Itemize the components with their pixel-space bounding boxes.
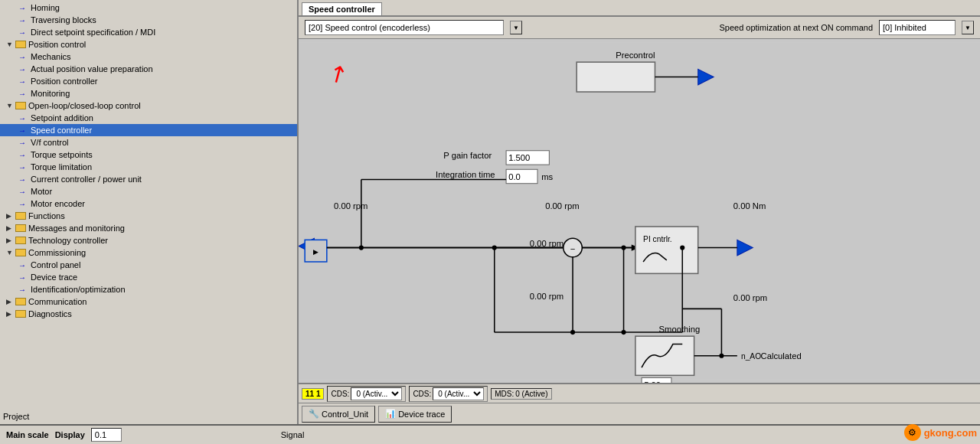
precontrol-label: Precontrol xyxy=(616,51,655,60)
svg-rect-1 xyxy=(577,62,655,92)
bottom-toolbar: 🔧 Control_Unit 📊 Device trace xyxy=(299,403,980,424)
tree-item-label-messages-monitoring: Messages and monitoring xyxy=(28,224,125,233)
device-trace-btn[interactable]: 📊 Device trace xyxy=(378,406,452,423)
tree-item-commissioning[interactable]: ▼Commissioning xyxy=(0,246,297,259)
arrow-icon-motor: → xyxy=(18,188,31,196)
arrow-icon-setpoint-addition: → xyxy=(18,114,31,122)
tree-item-actual-position[interactable]: →Actual position value preparation xyxy=(0,63,297,75)
rpm-label-d: 0.00 rpm xyxy=(530,239,564,248)
tree-item-label-communication: Communication xyxy=(28,297,87,306)
dropdown-arrow-btn[interactable]: ▼ xyxy=(510,21,522,34)
expand-icon-diagnostics[interactable]: ▶ xyxy=(6,310,15,318)
main-container: →Homing→Traversing blocks→Direct setpoin… xyxy=(0,0,980,444)
tree-item-direct-setpoint[interactable]: →Direct setpoint specification / MDI xyxy=(0,26,297,38)
tree-item-current-controller[interactable]: →Current controller / power unit xyxy=(0,173,297,185)
folder-icon-communication xyxy=(15,298,26,305)
tree-item-identification[interactable]: →Identification/optimization xyxy=(0,283,297,295)
tree-item-mechanics[interactable]: →Mechanics xyxy=(0,51,297,63)
speed-opt-dropdown-arrow[interactable]: ▼ xyxy=(962,21,974,34)
arrow-icon-current-controller: → xyxy=(18,175,31,184)
cds2-dropdown[interactable]: 0 (Activ... xyxy=(433,387,484,400)
tree-item-homing[interactable]: →Homing xyxy=(0,2,297,14)
speed-control-dropdown[interactable] xyxy=(305,20,504,35)
display-label: Display xyxy=(55,430,85,439)
tree-item-communication[interactable]: ▶Communication xyxy=(0,295,297,308)
speed-controller-tab[interactable]: Speed controller xyxy=(302,2,382,15)
arrow-icon-mechanics: → xyxy=(18,53,31,61)
arrow-icon-device-trace: → xyxy=(18,273,31,282)
tree-item-label-position-control: Position control xyxy=(28,40,86,49)
tree-item-label-position-controller: Position controller xyxy=(31,77,97,86)
arrow-icon-traversing: → xyxy=(18,16,31,24)
svg-text:−: − xyxy=(570,244,576,253)
tree-item-label-traversing: Traversing blocks xyxy=(31,15,96,24)
n-ao-label: n_AO xyxy=(741,352,761,361)
expand-icon-open-closed[interactable]: ▼ xyxy=(6,102,15,109)
tree-item-label-speed-controller: Speed controller xyxy=(31,126,92,135)
arrow-icon-vf-control: → xyxy=(18,139,31,147)
tree-item-torque-setpoints[interactable]: →Torque setpoints xyxy=(0,149,297,161)
expand-icon-messages-monitoring[interactable]: ▶ xyxy=(6,224,15,232)
watermark-text: gkong.com xyxy=(924,427,977,439)
tree-item-motor[interactable]: →Motor xyxy=(0,185,297,198)
smoothing-label: Smoothing xyxy=(659,325,701,334)
integration-time-label: Integration time xyxy=(436,170,495,179)
speed-opt-select[interactable] xyxy=(879,20,956,35)
cds2-item: CDS: 0 (Activ... xyxy=(409,386,488,402)
tree-item-functions[interactable]: ▶Functions xyxy=(0,210,297,222)
tree-item-label-motor-encoder: Motor encoder xyxy=(31,199,85,208)
nm-label: 0.00 Nm xyxy=(733,201,766,211)
rpm-label-b: 0.00 rpm xyxy=(545,201,579,211)
tree-item-control-panel[interactable]: →Control panel xyxy=(0,259,297,271)
sidebar-scroll[interactable]: →Homing→Traversing blocks→Direct setpoin… xyxy=(0,0,297,424)
tree-item-label-diagnostics: Diagnostics xyxy=(28,309,72,318)
arrow-icon-direct-setpoint: → xyxy=(18,28,31,37)
arrow-icon-torque-limitation: → xyxy=(18,163,31,171)
content-area: →Homing→Traversing blocks→Direct setpoin… xyxy=(0,0,980,424)
control-unit-btn[interactable]: 🔧 Control_Unit xyxy=(302,406,375,423)
cds1-item: CDS: 0 (Activ... xyxy=(327,386,406,402)
arrow-icon-motor-encoder: → xyxy=(18,200,31,208)
cds2-label: CDS: xyxy=(413,390,431,398)
diagram-area: ↙ Precontrol P gain facto xyxy=(299,39,980,383)
tree-item-motor-encoder[interactable]: →Motor encoder xyxy=(0,198,297,210)
rpm-label-a: 0.00 rpm xyxy=(334,201,368,211)
folder-icon-messages-monitoring xyxy=(15,224,26,232)
tree-item-position-control[interactable]: ▼Position control xyxy=(0,38,297,51)
arrow-icon-speed-controller: → xyxy=(18,126,31,135)
folder-icon-position-control xyxy=(15,41,26,48)
cds1-dropdown[interactable]: 0 (Activ... xyxy=(351,387,402,400)
tree-item-torque-limitation[interactable]: →Torque limitation xyxy=(0,161,297,173)
arrow-icon-control-panel: → xyxy=(18,261,31,269)
scale-value-input[interactable] xyxy=(91,428,122,442)
tree-item-vf-control[interactable]: →V/f control xyxy=(0,136,297,149)
p-gain-value: 1.500 xyxy=(508,153,530,162)
folder-icon-functions xyxy=(15,212,26,220)
calculated-label: Calculated xyxy=(761,351,802,361)
tree-item-label-identification: Identification/optimization xyxy=(31,285,126,294)
tree-item-open-closed[interactable]: ▼Open-loop/closed-loop control xyxy=(0,100,297,112)
expand-icon-technology-controller[interactable]: ▶ xyxy=(6,237,15,244)
rpm-label-c: 0.00 rpm xyxy=(530,292,564,301)
expand-icon-position-control[interactable]: ▼ xyxy=(6,41,15,48)
expand-icon-commissioning[interactable]: ▼ xyxy=(6,249,15,256)
tree-item-technology-controller[interactable]: ▶Technology controller xyxy=(0,234,297,246)
tree-item-speed-controller[interactable]: →Speed controller xyxy=(0,124,297,136)
svg-point-25 xyxy=(680,246,684,250)
pi-label: PI cntrlr. xyxy=(643,235,671,243)
mds-value: 0 (Active) xyxy=(515,390,547,398)
tree-item-label-torque-limitation: Torque limitation xyxy=(31,162,92,171)
tree-item-monitoring[interactable]: →Monitoring xyxy=(0,87,297,100)
folder-icon-open-closed xyxy=(15,102,26,109)
tree-item-messages-monitoring[interactable]: ▶Messages and monitoring xyxy=(0,222,297,234)
tree-item-label-commissioning: Commissioning xyxy=(28,248,86,257)
tree-item-setpoint-addition[interactable]: →Setpoint addition xyxy=(0,112,297,124)
main-scale-label: Main scale xyxy=(6,430,49,439)
expand-icon-communication[interactable]: ▶ xyxy=(6,298,15,305)
tree-item-traversing[interactable]: →Traversing blocks xyxy=(0,14,297,26)
expand-icon-functions[interactable]: ▶ xyxy=(6,212,15,220)
tree-item-position-controller[interactable]: →Position controller xyxy=(0,75,297,87)
tree-item-diagnostics[interactable]: ▶Diagnostics xyxy=(0,308,297,320)
tree-item-device-trace[interactable]: →Device trace xyxy=(0,271,297,283)
sidebar: →Homing→Traversing blocks→Direct setpoin… xyxy=(0,0,299,424)
